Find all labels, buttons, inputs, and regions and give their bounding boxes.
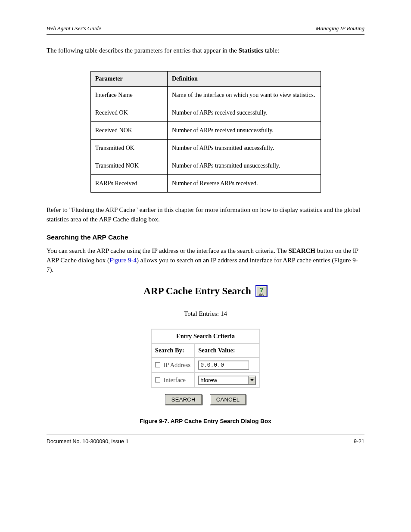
search-value-header: Search Value:	[194, 343, 260, 358]
interface-row: Interface	[151, 373, 194, 388]
total-entries: Total Entries: 14	[184, 310, 227, 317]
intro-suffix: table:	[263, 47, 279, 54]
interface-select-value: hforew	[199, 376, 248, 384]
criteria-title: Entry Search Criteria	[151, 329, 260, 343]
figure-caption: Figure 9-7. ARP Cache Entry Search Dialo…	[140, 418, 271, 424]
table-cell: Number of ARPs received unsuccessfully.	[168, 121, 321, 139]
page-footer: Document No. 10-300090, Issue 1 9-21	[47, 439, 364, 445]
ip-address-input[interactable]: 0.0.0.0	[198, 361, 249, 370]
total-label: Total Entries:	[184, 310, 219, 317]
table-row: RARPs Received Number of Reverse ARPs re…	[91, 174, 321, 192]
header-left: Web Agent User's Guide	[47, 25, 101, 32]
table-header-definition: Definition	[168, 71, 321, 86]
table-row: Interface Name Name of the interface on …	[91, 86, 321, 104]
ip-address-checkbox[interactable]	[155, 362, 160, 367]
table-row: Transmitted NOK Number of ARPs transmitt…	[91, 157, 321, 174]
section-heading: Searching the ARP Cache	[47, 233, 364, 241]
table-cell: Transmitted NOK	[91, 157, 168, 174]
table-row: Transmitted OK Number of ARPs transmitte…	[91, 139, 321, 157]
intro-paragraph: The following table describes the parame…	[47, 46, 364, 56]
table-cell: Number of Reverse ARPs received.	[168, 174, 321, 192]
table-cell: Received NOK	[91, 121, 168, 139]
total-value: 14	[221, 310, 227, 317]
ip-address-label: IP Address	[163, 361, 190, 368]
interface-label: Interface	[163, 376, 186, 383]
table-cell: Interface Name	[91, 86, 168, 104]
footer-left: Document No. 10-300090, Issue 1	[47, 439, 128, 445]
footer-rule	[47, 435, 364, 435]
page-header: Web Agent User's Guide Managing IP Routi…	[47, 25, 364, 32]
search-criteria-table: Entry Search Criteria Search By: Search …	[151, 329, 260, 388]
help-label: Help	[259, 293, 264, 296]
cancel-button[interactable]: CANCEL	[210, 394, 246, 405]
table-cell: Number of ARPs transmitted successfully.	[168, 139, 321, 157]
question-mark-icon: ?	[259, 286, 263, 293]
table-cell: RARPs Received	[91, 174, 168, 192]
interface-checkbox[interactable]	[155, 377, 160, 383]
chevron-down-icon[interactable]	[248, 376, 255, 384]
table-cell: Number of ARPs transmitted unsuccessfull…	[168, 157, 321, 174]
table-header-parameter: Parameter	[91, 71, 168, 86]
header-rule	[47, 34, 364, 35]
table-cell: Name of the interface on which you want …	[168, 86, 321, 104]
section-paragraph: You can search the ARP cache using the I…	[47, 246, 364, 274]
interface-select[interactable]: hforew	[198, 376, 256, 385]
search-button[interactable]: SEARCH	[165, 394, 202, 405]
table-row: Received NOK Number of ARPs received uns…	[91, 121, 321, 139]
figure: ARP Cache Entry Search ? Help Total Entr…	[47, 285, 364, 424]
ip-address-row: IP Address	[151, 358, 194, 373]
header-right: Managing IP Routing	[316, 25, 364, 32]
table-cell: Transmitted OK	[91, 139, 168, 157]
parameters-table: Parameter Definition Interface Name Name…	[90, 71, 321, 193]
footer-page: 9-21	[354, 439, 364, 445]
para-text: You can search the ARP cache using the I…	[47, 247, 288, 254]
intro-prefix: The following table describes the parame…	[47, 47, 239, 54]
dialog-title: ARP Cache Entry Search	[143, 286, 251, 297]
figure-ref-link[interactable]: Figure 9-4	[109, 257, 137, 264]
table-row: Received OK Number of ARPs received succ…	[91, 104, 321, 121]
table-cell: Received OK	[91, 104, 168, 121]
table-cell: Number of ARPs received successfully.	[168, 104, 321, 121]
help-icon[interactable]: ? Help	[255, 285, 268, 297]
intro-bold: Statistics	[239, 47, 264, 54]
search-by-header: Search By:	[151, 343, 194, 358]
para-bold: SEARCH	[288, 247, 315, 254]
subtext-paragraph: Refer to "Flushing the ARP Cache" earlie…	[47, 205, 364, 224]
